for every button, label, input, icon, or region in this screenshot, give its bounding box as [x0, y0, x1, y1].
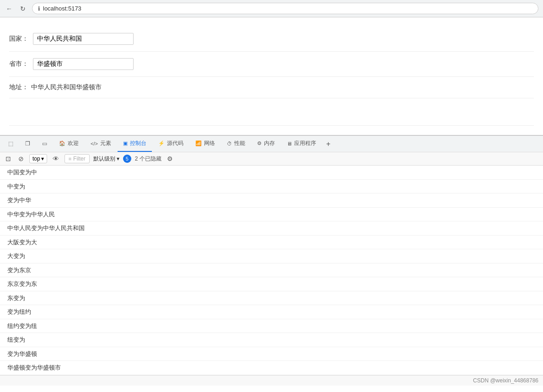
log-item: 大阪变为大 [0, 236, 543, 250]
filter-placeholder: Filter [73, 156, 86, 162]
log-item: 东变为 [0, 291, 543, 306]
no-entry-button[interactable]: ⊘ [16, 154, 26, 163]
devtools-toolbar: ⊡ ⊘ top ▾ 👁 ≡ Filter 默认级别 ▾ 5 2 个已隐藏 ⚙ [0, 152, 543, 166]
pick-icon: ❐ [25, 140, 30, 147]
message-count-badge: 5 [123, 155, 131, 163]
back-button[interactable]: ← [5, 4, 14, 13]
refresh-button[interactable]: ↻ [18, 4, 27, 13]
tab-source-label: 源代码 [167, 140, 183, 147]
info-icon: ℹ [38, 5, 40, 12]
watermark: CSDN @weixin_44868786 [473, 377, 538, 384]
console-icon: ▣ [123, 140, 128, 146]
log-item: 大变为 [0, 249, 543, 263]
browser-chrome: ← ↻ ℹ localhost:5173 [0, 0, 543, 17]
empty-area [9, 98, 534, 126]
log-item: 变为东京 [0, 263, 543, 278]
memory-icon: ⚙ [257, 140, 262, 146]
devtools-tab-elements[interactable]: </> 元素 [85, 136, 117, 152]
context-selector[interactable]: top ▾ [29, 154, 47, 163]
app-icon: 🖥 [287, 141, 292, 146]
level-selector[interactable]: 默认级别 ▾ [93, 155, 119, 163]
hidden-count: 2 个已隐藏 [135, 155, 161, 163]
message-count: 5 [126, 156, 129, 161]
url-text: localhost:5173 [43, 5, 81, 12]
log-item: 中华变为中华人民 [0, 208, 543, 222]
log-item: 中国变为中 [0, 166, 543, 180]
source-icon: ⚡ [158, 140, 165, 146]
address-row: 地址： 中华人民共和国华盛顿市 [9, 77, 534, 98]
console-log-area: 中国变为中中变为变为中华中华变为中华人民中华人民变为中华人民共和国大阪变为大大变… [0, 166, 543, 375]
log-item: 变为华盛顿 [0, 347, 543, 361]
devtools-tab-inspect[interactable]: ⬚ [3, 137, 19, 151]
eye-button[interactable]: 👁 [51, 154, 61, 163]
devtools-tabs: ⬚ ❐ ▭ 🏠 欢迎 </> 元素 ▣ 控制台 ⚡ 源代码 📶 网络 ⏱ [0, 136, 543, 152]
gear-icon: ⚙ [167, 155, 173, 162]
log-item: 东京变为东 [0, 277, 543, 291]
log-item: 华盛顿变为华盛顿市 [0, 361, 543, 375]
tab-app-label: 应用程序 [294, 140, 316, 147]
log-item: 中华人民变为中华人民共和国 [0, 221, 543, 236]
no-entry-icon: ⊘ [18, 155, 24, 162]
devtools-tab-source[interactable]: ⚡ 源代码 [153, 136, 189, 152]
add-tab-button[interactable]: + [323, 136, 334, 152]
perf-icon: ⏱ [227, 141, 232, 146]
log-item: 纽约变为纽 [0, 319, 543, 333]
elements-icon: </> [91, 141, 98, 146]
tab-perf-label: 性能 [234, 140, 245, 147]
console-settings-button[interactable]: ⚙ [165, 154, 175, 163]
context-label: top [32, 156, 40, 162]
address-label: 地址： [9, 83, 28, 91]
devtools-tab-memory[interactable]: ⚙ 内存 [252, 136, 280, 152]
devtools-tab-network[interactable]: 📶 网络 [190, 136, 220, 152]
tab-memory-label: 内存 [264, 140, 275, 147]
log-item: 变为中华 [0, 193, 543, 208]
province-row: 省市： [9, 52, 534, 77]
devtools-tab-application[interactable]: 🖥 应用程序 [281, 136, 322, 152]
level-chevron-icon: ▾ [117, 156, 119, 162]
tab-network-label: 网络 [204, 140, 215, 147]
devtools-panel: ⬚ ❐ ▭ 🏠 欢迎 </> 元素 ▣ 控制台 ⚡ 源代码 📶 网络 ⏱ [0, 135, 543, 375]
filter-box[interactable]: ≡ Filter [65, 154, 90, 163]
log-item: 纽变为 [0, 333, 543, 347]
clear-console-button[interactable]: ⊡ [4, 154, 13, 163]
filter-icon: ≡ [69, 156, 71, 161]
devtools-tab-pick[interactable]: ❐ [20, 137, 36, 151]
tab-elements-label: 元素 [100, 140, 111, 147]
province-label: 省市： [9, 60, 28, 68]
country-label: 国家： [9, 35, 28, 43]
inspect-icon: ⬚ [8, 140, 13, 147]
welcome-icon: 🏠 [59, 140, 65, 146]
devtools-tab-layout[interactable]: ▭ [37, 137, 53, 151]
province-input[interactable] [33, 58, 134, 70]
log-item: 中变为 [0, 180, 543, 194]
level-label: 默认级别 [93, 155, 115, 163]
page-content: 国家： 省市： 地址： 中华人民共和国华盛顿市 [0, 17, 543, 135]
log-item: 变为纽约 [0, 305, 543, 319]
devtools-tab-welcome[interactable]: 🏠 欢迎 [54, 136, 84, 152]
country-row: 国家： [9, 27, 534, 52]
network-icon: 📶 [195, 140, 202, 146]
tab-welcome-label: 欢迎 [68, 140, 79, 147]
clear-icon: ⊡ [5, 155, 11, 162]
country-input[interactable] [33, 33, 134, 45]
devtools-tab-console[interactable]: ▣ 控制台 [118, 136, 152, 152]
tab-console-label: 控制台 [130, 140, 146, 147]
address-value: 中华人民共和国华盛顿市 [31, 83, 102, 91]
bottom-bar: CSDN @weixin_44868786 [0, 375, 543, 386]
chevron-down-icon: ▾ [41, 156, 44, 162]
eye-icon: 👁 [53, 155, 59, 162]
address-bar: ℹ localhost:5173 [32, 3, 538, 14]
devtools-tab-performance[interactable]: ⏱ 性能 [221, 136, 251, 152]
layout-icon: ▭ [42, 140, 47, 147]
